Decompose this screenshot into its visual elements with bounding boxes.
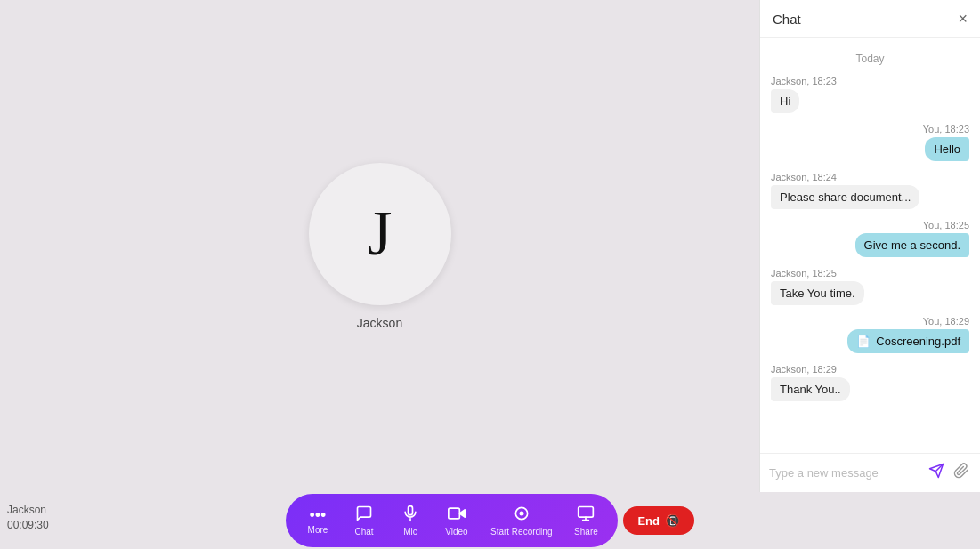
recording-icon xyxy=(513,505,530,525)
message-bubble-file: 📄 Coscreening.pdf xyxy=(847,329,969,353)
start-recording-label: Start Recording xyxy=(490,527,552,537)
call-duration: 00:09:30 xyxy=(7,518,49,533)
call-info: Jackson 00:09:30 xyxy=(7,503,49,533)
list-item: You, 18:29 📄 Coscreening.pdf xyxy=(760,312,980,357)
svg-rect-6 xyxy=(579,507,594,518)
message-sender: You, 18:23 xyxy=(923,124,969,134)
phone-end-icon: 📵 xyxy=(665,513,680,528)
message-sender: Jackson, 18:23 xyxy=(771,76,837,86)
end-call-label: End xyxy=(637,514,660,528)
paperclip-icon xyxy=(953,463,969,479)
chat-input-area xyxy=(760,453,980,492)
message-sender: Jackson, 18:29 xyxy=(771,364,837,375)
start-recording-button[interactable]: Start Recording xyxy=(482,501,561,540)
chat-icon xyxy=(355,505,373,525)
mic-button[interactable]: Mic xyxy=(389,501,432,540)
file-icon: 📄 xyxy=(856,335,871,348)
message-sender: Jackson, 18:25 xyxy=(771,268,837,279)
participant-name: Jackson xyxy=(357,316,402,330)
chat-button[interactable]: Chat xyxy=(343,501,385,540)
share-button[interactable]: Share xyxy=(564,501,607,540)
toolbar-pill: ••• More Chat Mic xyxy=(286,494,618,547)
caller-name: Jackson xyxy=(7,503,49,518)
mic-label: Mic xyxy=(403,527,417,537)
message-sender: You, 18:25 xyxy=(923,220,969,230)
message-sender: Jackson, 18:24 xyxy=(771,172,837,182)
share-icon xyxy=(577,505,595,525)
send-button[interactable] xyxy=(927,461,946,485)
video-area: J Jackson xyxy=(0,0,759,492)
close-chat-button[interactable]: × xyxy=(958,11,968,27)
avatar-letter: J xyxy=(367,197,392,270)
chat-input[interactable] xyxy=(769,466,921,480)
avatar: J xyxy=(309,163,451,305)
mic-icon xyxy=(401,505,419,525)
more-label: More xyxy=(308,525,328,535)
message-bubble: Give me a second. xyxy=(855,233,969,257)
list-item: Jackson, 18:25 Take You time. xyxy=(760,264,980,309)
svg-marker-2 xyxy=(459,510,465,517)
send-icon xyxy=(928,463,944,479)
chat-title: Chat xyxy=(773,12,801,27)
toolbar: Jackson 00:09:30 ••• More Chat xyxy=(0,492,980,549)
list-item: You, 18:25 Give me a second. xyxy=(760,216,980,261)
video-icon xyxy=(448,505,466,525)
message-bubble: Hi xyxy=(771,89,799,113)
video-button[interactable]: Video xyxy=(435,501,478,540)
more-icon: ••• xyxy=(310,507,327,523)
chat-label: Chat xyxy=(354,527,373,537)
svg-rect-3 xyxy=(449,508,459,519)
svg-rect-0 xyxy=(408,506,412,515)
file-name: Coscreening.pdf xyxy=(876,335,960,348)
message-bubble: Please share document... xyxy=(771,185,919,209)
message-bubble: Hello xyxy=(925,137,969,161)
attach-button[interactable] xyxy=(952,461,971,485)
list-item: Jackson, 18:24 Please share document... xyxy=(760,168,980,213)
date-divider: Today xyxy=(760,52,980,65)
video-label: Video xyxy=(445,527,467,537)
message-sender: You, 18:29 xyxy=(923,316,969,327)
chat-panel: Chat × Today Jackson, 18:23 Hi You, 18:2… xyxy=(759,0,980,492)
list-item: Jackson, 18:23 Hi xyxy=(760,72,980,117)
chat-messages: Today Jackson, 18:23 Hi You, 18:23 Hello… xyxy=(760,38,980,453)
message-bubble: Thank You.. xyxy=(771,377,850,401)
list-item: Jackson, 18:29 Thank You.. xyxy=(760,360,980,405)
more-button[interactable]: ••• More xyxy=(296,504,339,538)
share-label: Share xyxy=(574,527,598,537)
svg-point-5 xyxy=(519,512,523,516)
message-bubble: Take You time. xyxy=(771,281,864,305)
end-call-button[interactable]: End 📵 xyxy=(623,506,694,535)
chat-header: Chat × xyxy=(760,0,980,38)
list-item: You, 18:23 Hello xyxy=(760,120,980,165)
